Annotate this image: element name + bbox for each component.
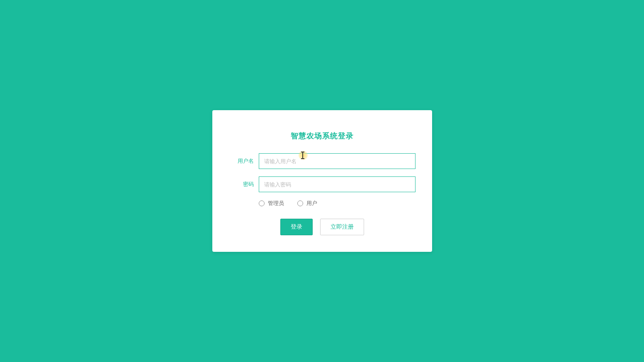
password-label: 密码 <box>229 181 254 188</box>
password-row: 密码 <box>229 176 416 192</box>
button-row: 登录 立即注册 <box>229 219 416 235</box>
role-admin-label: 管理员 <box>268 200 284 207</box>
login-button[interactable]: 登录 <box>280 219 313 235</box>
login-card: 智慧农场系统登录 用户名 密码 管理员 用户 登录 立即注册 <box>212 110 432 252</box>
username-row: 用户名 <box>229 153 416 169</box>
radio-icon <box>259 200 265 206</box>
role-user-radio[interactable]: 用户 <box>297 200 317 207</box>
radio-icon <box>297 200 303 206</box>
username-input[interactable] <box>259 153 416 169</box>
username-label: 用户名 <box>229 157 254 165</box>
role-user-label: 用户 <box>306 200 317 207</box>
password-input[interactable] <box>259 176 416 192</box>
role-radio-group: 管理员 用户 <box>229 200 416 207</box>
login-title: 智慧农场系统登录 <box>229 131 416 141</box>
register-button[interactable]: 立即注册 <box>320 219 364 235</box>
role-admin-radio[interactable]: 管理员 <box>259 200 284 207</box>
